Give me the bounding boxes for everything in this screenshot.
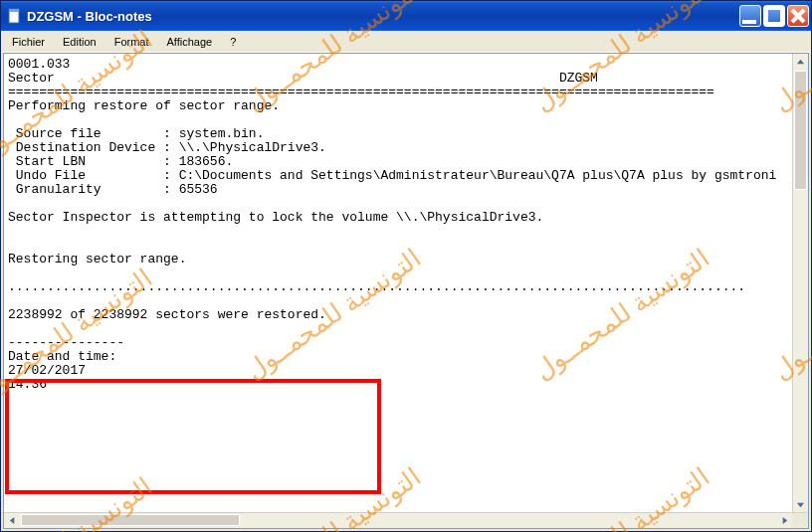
title-bar[interactable]: DZGSM - Bloc-notes: [1, 1, 811, 31]
text-line: Granularity : 65536: [8, 182, 218, 197]
text-line: 2238992 of 2238992 sectors were restored…: [8, 307, 326, 322]
text-line: Undo File : C:\Documents and Settings\Ad…: [8, 168, 776, 183]
vertical-scrollbar[interactable]: [792, 54, 808, 512]
text-line: Sector Inspector is attempting to lock t…: [8, 210, 543, 225]
close-button[interactable]: [787, 5, 809, 27]
text-line: 0001.033: [8, 57, 70, 72]
menu-bar: Fichier Edition Format Affichage ?: [1, 31, 811, 53]
text-line: 14:36: [8, 377, 47, 392]
scroll-down-icon[interactable]: [793, 496, 808, 512]
text-area[interactable]: 0001.033 Sector DZGSM ==================…: [4, 54, 792, 512]
scroll-right-icon[interactable]: [776, 513, 792, 528]
svg-rect-2: [742, 20, 756, 24]
minimize-button[interactable]: [739, 5, 761, 27]
text-line: Destination Device : \\.\PhysicalDrive3.: [8, 140, 326, 155]
window-title: DZGSM - Bloc-notes: [27, 9, 739, 24]
text-line: Performing restore of sector range.: [8, 98, 280, 113]
menu-edit[interactable]: Edition: [54, 34, 105, 50]
menu-view[interactable]: Affichage: [158, 34, 222, 50]
notepad-window: DZGSM - Bloc-notes Fichier Edition Forma…: [0, 0, 812, 532]
maximize-button[interactable]: [763, 5, 785, 27]
scroll-thumb-horizontal[interactable]: [21, 514, 240, 526]
text-area-container: 0001.033 Sector DZGSM ==================…: [3, 53, 809, 529]
text-line: Start LBN : 183656.: [8, 154, 233, 169]
text-line: ---------------: [8, 335, 124, 350]
menu-help[interactable]: ?: [221, 34, 245, 50]
horizontal-scrollbar[interactable]: [4, 512, 808, 528]
text-line: Source file : system.bin.: [8, 126, 264, 141]
scroll-left-icon[interactable]: [4, 513, 20, 528]
text-line: ========================================…: [8, 85, 714, 99]
text-line: Date and time:: [8, 349, 116, 364]
text-line: ........................................…: [8, 279, 745, 294]
text-line: 27/02/2017: [8, 363, 86, 378]
menu-file[interactable]: Fichier: [3, 34, 54, 50]
scroll-up-icon[interactable]: [793, 54, 808, 70]
menu-format[interactable]: Format: [105, 34, 158, 50]
text-line: Restoring sector range.: [8, 252, 186, 266]
scroll-thumb-vertical[interactable]: [794, 71, 807, 190]
text-line: Sector DZGSM: [8, 71, 598, 86]
scroll-corner: [792, 513, 808, 529]
svg-rect-3: [766, 8, 782, 24]
notepad-icon: [7, 8, 23, 24]
svg-rect-1: [9, 9, 19, 12]
